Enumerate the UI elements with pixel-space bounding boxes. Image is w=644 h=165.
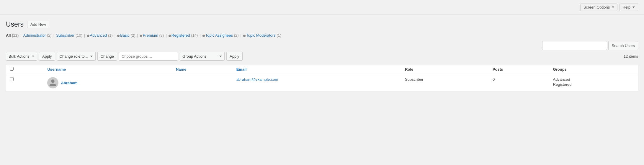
col-label-posts: Posts [493,67,503,72]
select-all-checkbox[interactable] [10,67,14,71]
bulk-actions-select[interactable]: Bulk ActionsDelete [6,52,37,61]
email-link[interactable]: abraham@example.com [236,77,278,82]
filter-count-registered: (14) [191,33,198,38]
search-users-button[interactable]: Search Users [608,41,638,50]
filter-count-premium: (3) [159,33,164,38]
filter-link-administrator[interactable]: Administrator (2) [23,33,52,38]
filter-separator: | [137,33,138,38]
filter-separator: | [84,33,85,38]
filter-count-topic-moderators: (1) [277,33,281,38]
filter-link-advanced[interactable]: Advanced (1) [87,33,113,38]
col-label-name[interactable]: Name [176,67,186,72]
posts-cell: 0 [489,74,550,92]
col-header-cb [6,64,44,74]
filter-separator: | [53,33,54,38]
top-bar: Screen Options Help [0,0,644,14]
table-header: UsernameNameEmailRolePostsGroups [6,64,638,74]
avatar [47,77,58,88]
dot-icon [140,35,142,37]
search-input[interactable] [542,41,607,50]
col-label-username[interactable]: Username [47,67,66,72]
group-item: Registered [553,82,634,87]
filter-link-premium[interactable]: Premium (3) [140,33,164,38]
filter-links: All (12)|Administrator (2)|Subscriber (1… [6,33,638,38]
col-header-role: Role [401,64,489,74]
table-row: Abrahamabraham@example.comSubscriber0Adv… [6,74,638,92]
filter-link-registered[interactable]: Registered (14) [169,33,198,38]
col-label-groups: Groups [553,67,567,72]
apply-group-button[interactable]: Apply [226,52,243,61]
filter-separator: | [166,33,166,38]
filter-link-basic[interactable]: Basic (2) [117,33,135,38]
filter-link-topic-moderators[interactable]: Topic Moderators (1) [243,33,281,38]
groups-cell: AdvancedRegistered [550,74,638,92]
user-name-cell [172,74,233,92]
filter-link-topic-assignees[interactable]: Topic Assignees (2) [202,33,239,38]
help-label: Help [622,5,630,9]
role-cell: Subscriber [401,74,489,92]
col-header-name[interactable]: Name [172,64,233,74]
screen-options-chevron-icon [612,7,614,8]
group-actions-select[interactable]: Group ActionsAdd to GroupRemove from Gro… [180,52,225,61]
filter-separator: | [20,33,21,38]
dot-icon [243,35,246,37]
search-row: Search Users [6,41,638,50]
col-label-role: Role [405,67,413,72]
filter-count-subscriber: (10) [76,33,82,38]
change-role-button[interactable]: Change [97,52,117,61]
filter-separator: | [115,33,115,38]
help-chevron-icon [632,7,635,8]
filter-count-basic: (2) [131,33,135,38]
table-body: Abrahamabraham@example.comSubscriber0Adv… [6,74,638,92]
dot-icon [87,35,89,37]
col-header-posts: Posts [489,64,550,74]
col-label-email[interactable]: Email [236,67,247,72]
items-count: 12 items [624,54,638,59]
add-new-button[interactable]: Add New [27,21,49,28]
users-table-wrap: UsernameNameEmailRolePostsGroups Abraham… [6,64,638,92]
username-link[interactable]: Abraham [61,81,77,85]
dot-icon [202,35,205,37]
users-table: UsernameNameEmailRolePostsGroups Abraham… [6,64,638,92]
filter-count-administrator: (2) [47,33,52,38]
group-item: Advanced [553,77,634,82]
main-content: Users Add New All (12)|Administrator (2)… [0,14,644,98]
help-button[interactable]: Help [619,4,638,11]
filter-separator: | [241,33,241,38]
choose-groups-input[interactable] [119,52,178,61]
filter-count-topic-assignees: (2) [234,33,239,38]
screen-options-button[interactable]: Screen Options [580,4,618,11]
filter-link-all: All (12) [6,33,19,38]
dot-icon [117,35,120,37]
dot-icon [169,35,171,37]
toolbar: Bulk ActionsDelete Apply Change role to.… [6,52,638,61]
filter-count-advanced: (1) [108,33,113,38]
screen-options-label: Screen Options [583,5,610,9]
change-role-select[interactable]: Change role to...AdministratorSubscriber [57,52,96,61]
row-checkbox-1[interactable] [10,77,14,81]
col-header-username[interactable]: Username [44,64,172,74]
apply-bulk-button[interactable]: Apply [39,52,55,61]
filter-separator: | [200,33,200,38]
col-header-email[interactable]: Email [233,64,401,74]
page-header: Users Add New [6,20,638,28]
filter-count-all: (12) [12,33,19,38]
col-header-groups: Groups [550,64,638,74]
filter-link-subscriber[interactable]: Subscriber (10) [56,33,82,38]
page-title: Users [6,20,24,28]
